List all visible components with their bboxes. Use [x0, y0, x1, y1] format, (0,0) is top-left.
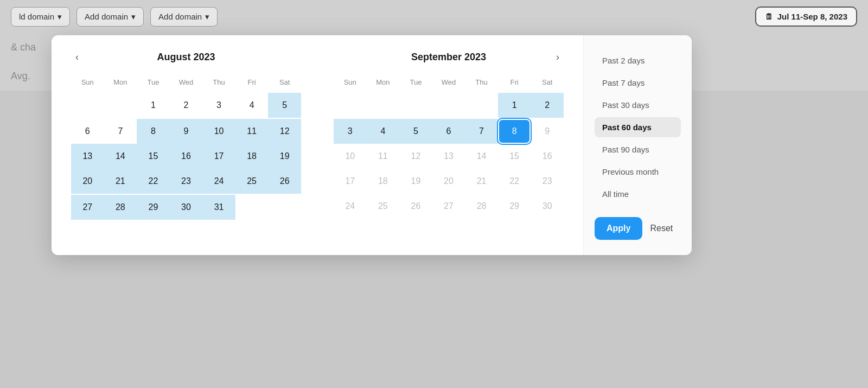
august-header: ‹ August 2023 [71, 52, 301, 63]
aug-day-30[interactable]: 30 [170, 194, 203, 221]
aug-day-11[interactable]: 11 [235, 119, 269, 144]
sep-empty-5 [465, 92, 498, 119]
sep-empty-4 [432, 92, 465, 119]
aug-day-21[interactable]: 21 [104, 169, 137, 194]
sep-day-22[interactable]: 22 [498, 169, 531, 194]
sep-day-29[interactable]: 29 [498, 194, 531, 219]
aug-day-3[interactable]: 3 [202, 92, 235, 119]
prev-month-button[interactable]: ‹ [71, 49, 83, 65]
sep-day-24[interactable]: 24 [334, 194, 367, 219]
sep-empty-1 [334, 92, 367, 119]
aug-day-4[interactable]: 4 [235, 92, 269, 119]
sep-day-19[interactable]: 19 [399, 169, 432, 194]
preset-past-60-days[interactable]: Past 60 days [595, 117, 681, 137]
aug-day-17[interactable]: 17 [202, 144, 235, 169]
aug-day-12[interactable]: 12 [268, 119, 301, 144]
aug-day-2[interactable]: 2 [170, 92, 203, 119]
preset-past-90-days[interactable]: Past 90 days [595, 139, 681, 160]
aug-day-18[interactable]: 18 [235, 144, 269, 169]
aug-day-16[interactable]: 16 [170, 144, 203, 169]
sep-day-1[interactable]: 1 [498, 92, 531, 119]
sep-day-23[interactable]: 23 [531, 169, 564, 194]
sep-day-26[interactable]: 26 [399, 194, 432, 219]
sep-day-12[interactable]: 12 [399, 144, 432, 169]
september-header: September 2023 › [334, 52, 564, 63]
aug-day-15[interactable]: 15 [137, 144, 170, 169]
aug-empty-1 [71, 92, 104, 119]
preset-past-2-days[interactable]: Past 2 days [595, 50, 681, 71]
aug-day-22[interactable]: 22 [137, 169, 170, 194]
date-range-button[interactable]: 🗓 Jul 11-Sep 8, 2023 [755, 7, 857, 27]
sep-wed-header: Wed [432, 75, 465, 92]
sep-day-21[interactable]: 21 [465, 169, 498, 194]
add-domain-label-3: Add domain [158, 12, 202, 21]
aug-day-23[interactable]: 23 [170, 169, 203, 194]
aug-tue-header: Tue [137, 75, 170, 92]
aug-day-5[interactable]: 5 [268, 92, 301, 119]
sep-day-16[interactable]: 16 [531, 144, 564, 169]
sep-empty-3 [399, 92, 432, 119]
aug-day-19[interactable]: 19 [268, 144, 301, 169]
aug-day-26[interactable]: 26 [268, 169, 301, 194]
september-calendar: September 2023 › Sun Mon Tue Wed Thu Fri… [334, 52, 564, 236]
sep-day-3[interactable]: 3 [334, 119, 367, 144]
sep-day-25[interactable]: 25 [367, 194, 400, 219]
aug-day-31[interactable]: 31 [202, 194, 235, 221]
aug-day-27[interactable]: 27 [71, 194, 104, 221]
sep-day-18[interactable]: 18 [367, 169, 400, 194]
preset-past-30-days[interactable]: Past 30 days [595, 95, 681, 115]
sep-day-5[interactable]: 5 [399, 119, 432, 144]
sep-day-30[interactable]: 30 [531, 194, 564, 219]
sep-day-2[interactable]: 2 [531, 92, 564, 119]
sep-day-17[interactable]: 17 [334, 169, 367, 194]
aug-day-29[interactable]: 29 [137, 194, 170, 221]
sep-day-4[interactable]: 4 [367, 119, 400, 144]
aug-day-8[interactable]: 8 [137, 119, 170, 144]
sep-day-27[interactable]: 27 [432, 194, 465, 219]
aug-day-6[interactable]: 6 [71, 119, 104, 144]
aug-day-25[interactable]: 25 [235, 169, 269, 194]
sep-day-20[interactable]: 20 [432, 169, 465, 194]
sep-empty-2 [367, 92, 400, 119]
aug-wed-header: Wed [170, 75, 203, 92]
aug-day-28[interactable]: 28 [104, 194, 137, 221]
sep-day-9[interactable]: 9 [531, 119, 564, 144]
sep-week-3: 10 11 12 13 14 15 16 [334, 144, 564, 169]
preset-past-7-days[interactable]: Past 7 days [595, 73, 681, 93]
preset-all-time[interactable]: All time [595, 184, 681, 204]
aug-week-4: 20 21 22 23 24 25 26 [71, 169, 301, 194]
aug-day-14[interactable]: 14 [104, 144, 137, 169]
next-month-button[interactable]: › [552, 49, 564, 65]
sep-day-10[interactable]: 10 [334, 144, 367, 169]
sep-day-8[interactable]: 8 [498, 119, 531, 144]
add-domain-btn-2[interactable]: Add domain ▾ [76, 7, 144, 27]
sep-day-7[interactable]: 7 [465, 119, 498, 144]
sep-week-4: 17 18 19 20 21 22 23 [334, 169, 564, 194]
aug-empty-3 [235, 194, 269, 221]
apply-button[interactable]: Apply [595, 217, 642, 240]
preset-previous-month[interactable]: Previous month [595, 162, 681, 182]
aug-day-1[interactable]: 1 [137, 92, 170, 119]
sep-day-13[interactable]: 13 [432, 144, 465, 169]
chevron-down-icon-2: ▾ [131, 12, 136, 22]
sep-day-11[interactable]: 11 [367, 144, 400, 169]
sep-day-14[interactable]: 14 [465, 144, 498, 169]
add-domain-btn-1[interactable]: ld domain ▾ [11, 7, 70, 27]
september-title: September 2023 [411, 52, 486, 63]
sep-day-6[interactable]: 6 [432, 119, 465, 144]
sep-day-15[interactable]: 15 [498, 144, 531, 169]
aug-day-7[interactable]: 7 [104, 119, 137, 144]
add-domain-btn-3[interactable]: Add domain ▾ [150, 7, 218, 27]
sep-day-28[interactable]: 28 [465, 194, 498, 219]
reset-button[interactable]: Reset [650, 224, 673, 233]
august-calendar: ‹ August 2023 Sun Mon Tue Wed Thu Fri Sa… [71, 52, 301, 236]
aug-day-24[interactable]: 24 [202, 169, 235, 194]
aug-day-20[interactable]: 20 [71, 169, 104, 194]
aug-day-9[interactable]: 9 [170, 119, 203, 144]
aug-empty-4 [268, 194, 301, 221]
chevron-down-icon-3: ▾ [205, 12, 209, 22]
aug-day-13[interactable]: 13 [71, 144, 104, 169]
aug-day-10[interactable]: 10 [202, 119, 235, 144]
calendar-icon: 🗓 [765, 12, 773, 21]
august-title: August 2023 [157, 52, 215, 63]
